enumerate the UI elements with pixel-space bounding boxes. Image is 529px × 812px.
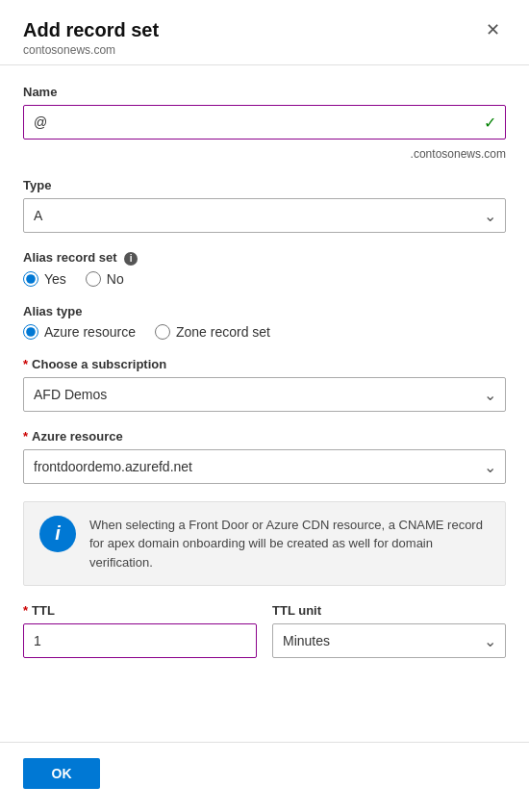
ttl-unit-select-wrapper: Seconds Minutes Hours Days ⌄ xyxy=(272,623,506,658)
alias-zone-record-label: Zone record set xyxy=(176,324,270,340)
alias-type-radios: Azure resource Zone record set xyxy=(23,324,506,340)
info-box: i When selecting a Front Door or Azure C… xyxy=(23,501,506,587)
ttl-required-star: * xyxy=(23,603,28,618)
subscription-required-star: * xyxy=(23,357,28,371)
ttl-label: *TTL xyxy=(23,603,257,618)
dialog-header: Add record set contosonews.com ✕ xyxy=(0,0,529,65)
subscription-select-wrapper: AFD Demos ⌄ xyxy=(23,377,506,412)
name-suffix: .contosonews.com xyxy=(23,147,506,161)
alias-type-group: Alias type Azure resource Zone record se… xyxy=(23,304,506,340)
alias-azure-resource-radio[interactable] xyxy=(23,324,38,340)
info-circle-icon: i xyxy=(39,516,76,552)
dialog-subtitle: contosonews.com xyxy=(23,43,159,57)
subscription-select[interactable]: AFD Demos xyxy=(23,377,506,412)
alias-zone-record-option[interactable]: Zone record set xyxy=(155,324,270,340)
alias-azure-resource-label: Azure resource xyxy=(44,324,136,340)
info-box-text: When selecting a Front Door or Azure CDN… xyxy=(89,516,490,572)
ttl-field-group: *TTL xyxy=(23,603,257,658)
dialog-title-group: Add record set contosonews.com xyxy=(23,19,159,57)
alias-azure-resource-option[interactable]: Azure resource xyxy=(23,324,136,340)
dialog-title: Add record set xyxy=(23,19,159,41)
alias-yes-option[interactable]: Yes xyxy=(23,271,66,287)
alias-no-radio[interactable] xyxy=(86,271,101,287)
dialog-footer: OK xyxy=(0,742,529,812)
azure-resource-label: *Azure resource xyxy=(23,429,506,444)
subscription-label: *Choose a subscription xyxy=(23,357,506,371)
ttl-input[interactable] xyxy=(23,623,257,658)
type-field-group: Type A AAAA CNAME MX NS PTR SOA SRV TXT … xyxy=(23,178,506,233)
name-label: Name xyxy=(23,85,506,99)
name-input-wrapper: ✓ xyxy=(23,105,506,140)
alias-type-label: Alias type xyxy=(23,304,506,318)
close-button[interactable]: ✕ xyxy=(480,19,506,40)
dialog-body: Name ✓ .contosonews.com Type A AAAA CNAM… xyxy=(0,65,529,742)
subscription-field-group: *Choose a subscription AFD Demos ⌄ xyxy=(23,357,506,412)
alias-zone-record-radio[interactable] xyxy=(155,324,170,340)
name-input[interactable] xyxy=(23,105,506,140)
azure-resource-field-group: *Azure resource frontdoordemo.azurefd.ne… xyxy=(23,429,506,484)
alias-no-label: No xyxy=(107,271,124,287)
ttl-unit-select[interactable]: Seconds Minutes Hours Days xyxy=(272,623,506,658)
type-label: Type xyxy=(23,178,506,192)
ok-button[interactable]: OK xyxy=(23,758,100,789)
type-select-wrapper: A AAAA CNAME MX NS PTR SOA SRV TXT ⌄ xyxy=(23,198,506,233)
alias-record-set-group: Alias record set i Yes No xyxy=(23,250,506,287)
alias-record-set-radios: Yes No xyxy=(23,271,506,287)
name-field-group: Name ✓ .contosonews.com xyxy=(23,85,506,161)
alias-yes-label: Yes xyxy=(44,271,66,287)
azure-resource-select-wrapper: frontdoordemo.azurefd.net ⌄ xyxy=(23,449,506,484)
azure-resource-select[interactable]: frontdoordemo.azurefd.net xyxy=(23,449,506,484)
type-select[interactable]: A AAAA CNAME MX NS PTR SOA SRV TXT xyxy=(23,198,506,233)
ttl-unit-field-group: TTL unit Seconds Minutes Hours Days ⌄ xyxy=(272,603,506,658)
azure-resource-required-star: * xyxy=(23,429,28,444)
ttl-row: *TTL TTL unit Seconds Minutes Hours Days… xyxy=(23,603,506,658)
alias-record-set-info-icon: i xyxy=(124,252,138,266)
alias-record-set-label: Alias record set i xyxy=(23,250,506,266)
alias-no-option[interactable]: No xyxy=(86,271,124,287)
add-record-set-dialog: Add record set contosonews.com ✕ Name ✓ … xyxy=(0,0,529,812)
ttl-unit-label: TTL unit xyxy=(272,603,506,618)
alias-yes-radio[interactable] xyxy=(23,271,38,287)
